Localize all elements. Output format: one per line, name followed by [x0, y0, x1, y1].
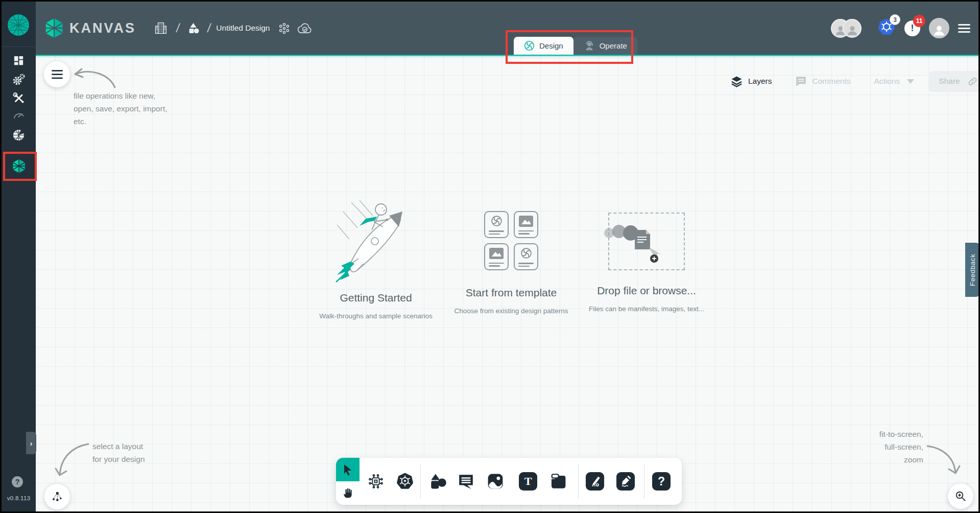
pen-path-icon — [589, 475, 601, 487]
sidebar-item-kanvas[interactable] — [2, 157, 36, 175]
sidebar-item-extensions[interactable] — [2, 126, 36, 144]
image-icon — [487, 473, 504, 490]
zoom-fab[interactable] — [948, 483, 973, 509]
select-tool-button[interactable] — [336, 458, 360, 481]
card-subtitle: Choose from existing design patterns — [445, 307, 578, 315]
layers-icon — [730, 75, 743, 88]
annotation-file-ops: file operations like new, open, save, ex… — [74, 89, 168, 128]
comment-tool-button[interactable] — [457, 472, 475, 491]
left-sidebar: › ? v0.8.113 — [2, 2, 36, 511]
top-header: KANVAS / / Untitled Design — [36, 2, 978, 56]
mesh-pattern-icon[interactable] — [278, 22, 291, 35]
mesh-sphere-icon — [12, 129, 25, 142]
pinwheel-icon — [520, 247, 533, 260]
pan-tool-button[interactable] — [336, 481, 360, 505]
collaborator-avatars[interactable] — [831, 19, 862, 38]
feedback-tab[interactable]: Feedback — [965, 243, 980, 297]
chevron-down-icon — [907, 79, 914, 84]
sidebar-item-toolbox[interactable] — [2, 89, 36, 107]
breadcrumb-separator: / — [175, 21, 181, 35]
file-menu-fab[interactable] — [44, 61, 70, 87]
design-tab-icon — [524, 40, 535, 51]
actions-dropdown[interactable]: Actions — [874, 77, 914, 86]
annotation-arrow-layout — [53, 438, 99, 482]
chip-icon — [368, 473, 384, 489]
image-thumb-icon — [518, 215, 534, 227]
zoom-in-icon — [954, 490, 967, 502]
layout-fab[interactable] — [44, 484, 70, 509]
drop-file-card[interactable]: Drop file or browse... Files can be mani… — [580, 198, 713, 313]
sketch-tool-button[interactable] — [616, 472, 635, 491]
kubernetes-context-button[interactable]: 3 — [877, 18, 896, 38]
tab-design[interactable]: Design — [514, 37, 573, 55]
design-shapes-icon[interactable] — [187, 22, 200, 35]
card-title: Drop file or browse... — [580, 285, 713, 297]
annotation-arrow-zoom — [921, 441, 964, 479]
pinwheel-icon — [490, 215, 503, 227]
menu-icon — [52, 70, 63, 79]
kubernetes-tool-button[interactable] — [396, 472, 414, 491]
app-version: v0.8.113 — [2, 495, 36, 501]
shapes-tool-button[interactable] — [429, 472, 447, 491]
sidebar-item-performance[interactable] — [2, 106, 36, 124]
toolbar-divider — [420, 464, 421, 499]
tab-operate[interactable]: Operate — [573, 37, 637, 55]
kanvas-logo-icon[interactable] — [45, 18, 63, 38]
dashboard-icon — [13, 55, 25, 66]
help-button[interactable]: ? — [12, 476, 23, 487]
notifications-button[interactable]: ! 11 — [904, 20, 920, 36]
start-from-template-card[interactable]: Start from template Choose from existing… — [445, 198, 578, 315]
template-thumbnails — [445, 211, 578, 270]
annotation-arrow-file-ops — [68, 62, 124, 92]
gears-icon — [12, 73, 26, 86]
kanvas-icon — [12, 159, 26, 173]
layers-toggle[interactable]: Layers — [730, 75, 772, 88]
card-title: Start from template — [445, 287, 578, 299]
design-name[interactable]: Untitled Design — [216, 24, 270, 33]
kubernetes-icon — [396, 472, 414, 491]
drop-file-illustration — [603, 214, 680, 269]
design-toolbar: T ? — [336, 458, 682, 505]
kanvas-logo-text: KANVAS — [69, 20, 136, 36]
organization-icon[interactable] — [154, 21, 168, 35]
annotation-zoom: fit-to-screen, full-screen, zoom — [821, 428, 923, 466]
sidebar-expander[interactable]: › — [26, 432, 36, 454]
component-tool-button[interactable] — [367, 472, 385, 491]
comments-toggle[interactable]: Comments — [795, 75, 851, 88]
meshery-logo-icon[interactable] — [7, 14, 30, 36]
card-title: Getting Started — [309, 292, 442, 304]
getting-started-card[interactable]: Getting Started Walk-throughs and sample… — [309, 198, 442, 320]
toolbar-divider — [578, 464, 579, 499]
sidebar-item-lifecycle[interactable] — [2, 71, 36, 89]
toolbar-help-button[interactable]: ? — [652, 472, 671, 491]
card-subtitle: Files can be manifests, images, text... — [580, 305, 713, 313]
shapes-icon — [429, 473, 447, 490]
header-menu-icon[interactable] — [958, 22, 970, 35]
avatar-icon — [843, 19, 862, 38]
frame-tool-button[interactable] — [549, 472, 567, 491]
cursor-icon — [342, 463, 354, 476]
speedometer-icon — [13, 110, 25, 120]
breadcrumb-separator: / — [206, 21, 212, 35]
kubernetes-count-badge: 3 — [890, 14, 900, 25]
tools-icon — [13, 92, 25, 104]
sidebar-item-dashboard[interactable] — [2, 51, 36, 69]
share-label: Share — [939, 77, 960, 86]
cloud-sync-icon[interactable] — [297, 22, 313, 34]
comments-icon — [795, 75, 807, 88]
share-button[interactable]: Share — [928, 71, 980, 92]
card-subtitle: Walk-throughs and sample scenarios — [309, 312, 442, 320]
drop-zone[interactable] — [608, 213, 685, 270]
user-avatar[interactable] — [929, 18, 949, 38]
link-icon — [967, 76, 978, 87]
hand-icon — [342, 487, 353, 499]
frame-icon — [549, 473, 567, 490]
text-tool-button[interactable]: T — [519, 472, 537, 491]
text-tool-glyph: T — [524, 475, 532, 488]
image-tool-button[interactable] — [486, 472, 505, 491]
header-actions: 3 ! 11 — [831, 2, 970, 55]
layers-label: Layers — [748, 77, 772, 86]
help-glyph: ? — [658, 475, 665, 488]
edge-tool-button[interactable] — [586, 472, 604, 491]
canvas-top-bar: Layers Comments Actions Share — [730, 70, 980, 92]
